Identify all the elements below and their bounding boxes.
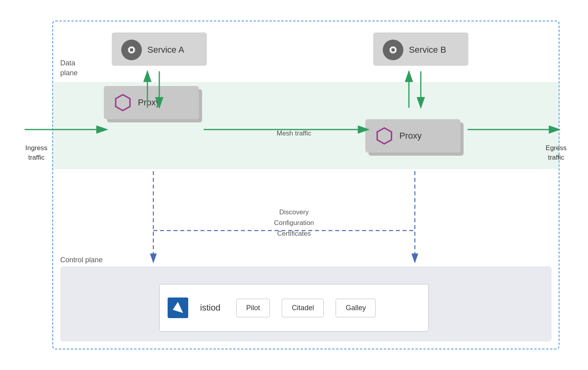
istio-sail-icon xyxy=(171,301,185,315)
istiod-citadel: Citadel xyxy=(282,299,324,317)
svg-marker-29 xyxy=(116,95,130,111)
svg-rect-2 xyxy=(130,48,133,51)
svg-marker-30 xyxy=(377,128,391,144)
proxy-right-name: Proxy xyxy=(399,131,422,141)
ingress-label: Ingress traffic xyxy=(25,143,48,162)
hexagon-icon-right xyxy=(375,126,394,145)
service-b-inner: Service B xyxy=(373,32,468,66)
istiod-logo xyxy=(168,298,188,318)
chip-icon-b xyxy=(387,44,399,56)
service-a-inner: Service A xyxy=(112,32,207,66)
control-plane-label: Control plane xyxy=(60,256,103,264)
svg-marker-0 xyxy=(173,302,183,313)
mesh-traffic-label: Mesh traffic xyxy=(277,130,311,137)
proxy-left-name: Proxy xyxy=(138,97,160,108)
proxy-left-inner: Proxy xyxy=(104,86,199,119)
discovery-label: Discovery Configuration Certificates xyxy=(274,207,314,239)
istiod-galley: Galley xyxy=(336,299,376,317)
istiod-label: istiod xyxy=(200,303,220,313)
service-a-icon xyxy=(121,40,142,60)
service-b-box: Service B xyxy=(373,32,468,66)
egress-label: Egress traffic xyxy=(546,143,567,162)
service-a-name: Service A xyxy=(147,45,184,55)
proxy-left-box: Proxy xyxy=(104,86,199,119)
proxy-right-box: Proxy xyxy=(365,119,460,153)
diagram-container: Data plane Control plane istiod Pilot Ci… xyxy=(21,13,567,357)
istiod-box: istiod Pilot Citadel Galley xyxy=(159,284,429,332)
service-b-name: Service B xyxy=(409,45,446,55)
istiod-pilot: Pilot xyxy=(236,299,270,317)
hexagon-icon-left xyxy=(113,93,132,112)
chip-icon-a xyxy=(126,44,137,56)
proxy-right-inner: Proxy xyxy=(365,119,460,153)
service-a-box: Service A xyxy=(112,32,207,66)
data-plane-label: Data plane xyxy=(60,58,78,78)
service-b-icon xyxy=(383,40,403,60)
svg-rect-16 xyxy=(391,48,395,51)
